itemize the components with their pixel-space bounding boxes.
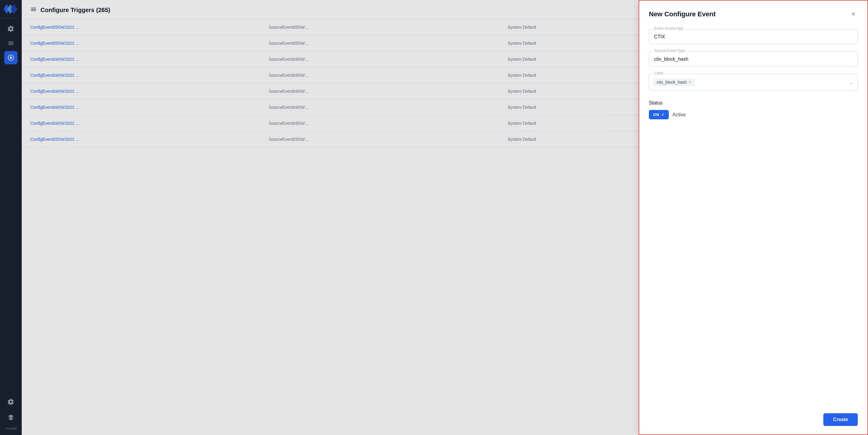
label-field-label: Label — [653, 71, 664, 75]
modal-title: New Configure Event — [649, 10, 716, 18]
label-tag-value: ctix_block_hash — [657, 80, 687, 85]
label-field-container: Label ctix_block_hash × ⌄ — [649, 74, 858, 91]
modal-header: New Configure Event × — [649, 9, 858, 19]
source-event-type-input[interactable] — [649, 51, 858, 66]
modal-overlay: New Configure Event × Event Source App S… — [0, 0, 868, 435]
chevron-down-icon: ⌄ — [849, 80, 853, 85]
source-event-type-label: Source Event Type — [653, 49, 686, 53]
source-event-type-field: Source Event Type — [649, 51, 858, 66]
label-tag-remove-button[interactable]: × — [689, 80, 691, 85]
status-active-text: Active — [673, 112, 686, 117]
event-source-app-input[interactable] — [649, 29, 858, 44]
event-source-app-field: Event Source App — [649, 29, 858, 44]
modal-footer: Create — [649, 404, 858, 426]
label-tag: ctix_block_hash × — [653, 79, 695, 86]
new-configure-event-modal: New Configure Event × Event Source App S… — [639, 0, 868, 435]
status-toggle-row: ON ✓ Active — [649, 110, 858, 119]
label-dropdown[interactable]: ctix_block_hash × ⌄ — [649, 74, 858, 91]
event-source-app-label: Event Source App — [653, 26, 684, 30]
status-toggle-button[interactable]: ON ✓ — [649, 110, 669, 119]
status-section: Status ON ✓ Active — [649, 100, 858, 119]
status-section-label: Status — [649, 100, 858, 106]
toggle-check-icon: ✓ — [661, 112, 665, 117]
create-button[interactable]: Create — [823, 413, 858, 426]
modal-close-button[interactable]: × — [849, 9, 858, 19]
toggle-on-text: ON — [653, 112, 659, 117]
